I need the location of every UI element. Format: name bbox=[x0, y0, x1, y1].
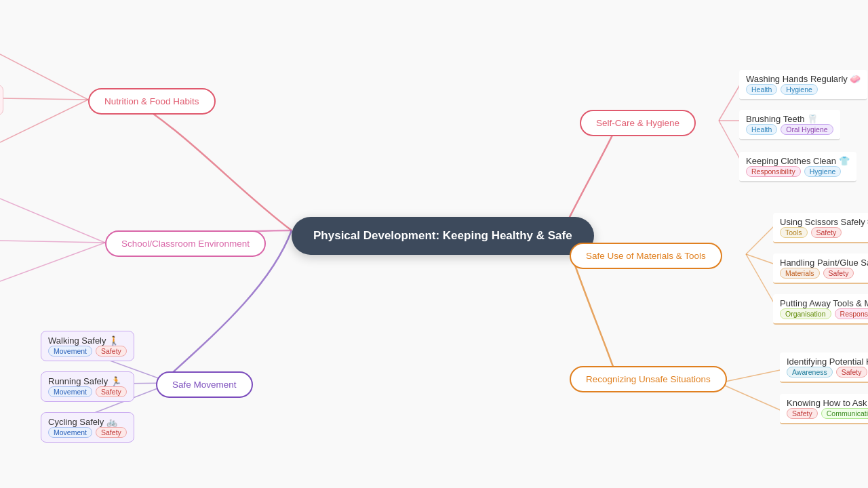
leaf-clothes-title: Keeping Clothes Clean 👕 bbox=[746, 156, 850, 166]
category-unsafe-label: Recognizing Unsafe Situations bbox=[586, 374, 711, 384]
svg-line-14 bbox=[746, 254, 775, 305]
tag-tools-s: Tools bbox=[780, 227, 808, 238]
svg-line-12 bbox=[746, 225, 775, 254]
category-classroom-label: School/Classroom Environment bbox=[121, 239, 250, 249]
tag-safety-p: Safety bbox=[823, 268, 854, 279]
leaf-putting-away: Putting Away Tools & Materials Organisat… bbox=[773, 294, 868, 325]
tag-safety-h: Safety bbox=[836, 367, 867, 378]
category-hygiene-label: Self-Care & Hygiene bbox=[596, 118, 679, 128]
tag-health-b: Health bbox=[746, 124, 777, 135]
leaf-cycling: Cycling Safely 🚲 Movement Safety bbox=[41, 412, 134, 443]
svg-line-16 bbox=[719, 383, 783, 411]
svg-line-1 bbox=[0, 98, 88, 100]
svg-line-0 bbox=[0, 54, 88, 100]
category-movement[interactable]: Safe Movement bbox=[156, 371, 253, 398]
leaf-cycling-title: Cycling Safely 🚲 bbox=[48, 417, 127, 427]
tag-materials-p: Materials bbox=[780, 268, 820, 279]
tag-safety-c: Safety bbox=[96, 427, 127, 438]
category-unsafe[interactable]: Recognizing Unsafe Situations bbox=[570, 366, 727, 392]
tag-movement-r: Movement bbox=[48, 386, 92, 397]
tag-communication: Communication bbox=[821, 408, 868, 419]
category-movement-label: Safe Movement bbox=[172, 380, 237, 390]
tag-health-w: Health bbox=[746, 84, 777, 95]
tag-org-p: Organisation bbox=[780, 308, 831, 319]
leaf-asking-title: Knowing How to Ask for Help 🙋 bbox=[787, 398, 868, 408]
category-materials-label: Safe Use of Materials & Tools bbox=[586, 251, 706, 261]
leaf-brushing-title: Brushing Teeth 🦷 bbox=[746, 114, 833, 124]
leaf-asking-help: Knowing How to Ask for Help 🙋 Safety Com… bbox=[780, 394, 868, 424]
tag-oral: Oral Hygiene bbox=[781, 124, 833, 135]
tag-safety-r: Safety bbox=[96, 386, 127, 397]
svg-line-9 bbox=[719, 83, 741, 121]
leaf-paint-title: Handling Paint/Glue Safely 🎨 bbox=[780, 258, 868, 268]
leaf-walking-title: Walking Safely 🚶 bbox=[48, 336, 127, 346]
tag-movement-w: Movement bbox=[48, 346, 92, 357]
category-nutrition-label: Nutrition & Food Habits bbox=[104, 96, 199, 106]
leaf-washing-title: Washing Hands Regularly 🧼 bbox=[746, 74, 861, 84]
tag-safety-w: Safety bbox=[96, 346, 127, 357]
category-hygiene[interactable]: Self-Care & Hygiene bbox=[580, 110, 696, 136]
category-classroom[interactable]: School/Classroom Environment bbox=[105, 230, 266, 257]
leaf-running: Running Safely 🏃 Movement Safety bbox=[41, 371, 134, 402]
leaf-running-title: Running Safely 🏃 bbox=[48, 376, 127, 386]
svg-line-2 bbox=[0, 100, 88, 142]
leaf-brushing-teeth: Brushing Teeth 🦷 Health Oral Hygiene bbox=[739, 110, 840, 140]
tag-movement-c: Movement bbox=[48, 427, 92, 438]
category-nutrition[interactable]: Nutrition & Food Habits bbox=[88, 88, 216, 115]
svg-line-11 bbox=[719, 121, 741, 161]
tag-hygiene-w: Hygiene bbox=[781, 84, 818, 95]
tag-resp-p: Responsibility bbox=[835, 308, 868, 319]
svg-line-13 bbox=[746, 254, 775, 264]
leaf-food-groups: Understanding Food Groups 📚 Nutrition Fo… bbox=[0, 85, 3, 115]
leaf-keeping-clothes: Keeping Clothes Clean 👕 Responsibility H… bbox=[739, 152, 856, 182]
svg-line-3 bbox=[0, 199, 105, 243]
leaf-hazards-title: Identifying Potential Hazards ⚠ bbox=[787, 357, 868, 367]
central-node: Physical Development: Keeping Healthy & … bbox=[292, 217, 594, 255]
leaf-washing-hands: Washing Hands Regularly 🧼 Health Hygiene bbox=[739, 70, 867, 100]
svg-line-4 bbox=[0, 241, 105, 243]
central-node-label: Physical Development: Keeping Healthy & … bbox=[313, 229, 572, 242]
leaf-walking: Walking Safely 🚶 Movement Safety bbox=[41, 331, 134, 361]
tag-awareness: Awareness bbox=[787, 367, 833, 378]
category-materials[interactable]: Safe Use of Materials & Tools bbox=[570, 243, 722, 269]
tag-resp-c: Responsibility bbox=[746, 166, 801, 177]
leaf-putting-title: Putting Away Tools & Materials bbox=[780, 298, 868, 308]
leaf-identifying-hazards: Identifying Potential Hazards ⚠ Awarenes… bbox=[780, 352, 868, 383]
tag-safety-a: Safety bbox=[787, 408, 818, 419]
svg-line-5 bbox=[0, 243, 105, 281]
tag-hygiene-c: Hygiene bbox=[804, 166, 842, 177]
tag-safety-s: Safety bbox=[811, 227, 842, 238]
leaf-paint: Handling Paint/Glue Safely 🎨 Materials S… bbox=[773, 253, 868, 284]
leaf-scissors: Using Scissors Safely ✂ Tools Safety bbox=[773, 213, 868, 243]
leaf-scissors-title: Using Scissors Safely ✂ bbox=[780, 217, 868, 227]
svg-line-15 bbox=[719, 369, 783, 383]
